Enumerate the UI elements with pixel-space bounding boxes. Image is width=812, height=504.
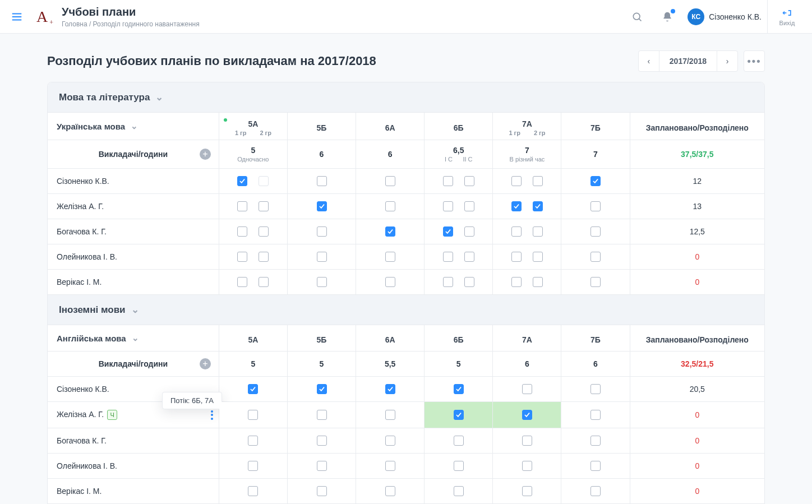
more-actions-button[interactable]: ••• bbox=[744, 50, 765, 72]
checkbox[interactable] bbox=[259, 277, 269, 287]
section-header[interactable]: Мова та література⌄ bbox=[48, 82, 764, 112]
checkbox[interactable] bbox=[590, 252, 601, 262]
checkbox[interactable] bbox=[454, 436, 464, 446]
teacher-row: Верікас І. М.0 bbox=[48, 270, 764, 295]
checkbox[interactable] bbox=[511, 201, 522, 211]
checkbox[interactable] bbox=[590, 461, 601, 471]
checkbox[interactable] bbox=[454, 486, 464, 496]
checkbox[interactable] bbox=[317, 201, 327, 211]
checkbox[interactable] bbox=[317, 252, 327, 262]
checkbox[interactable] bbox=[443, 252, 453, 262]
checkbox[interactable] bbox=[237, 252, 247, 262]
checkbox[interactable] bbox=[443, 201, 453, 211]
checkbox[interactable] bbox=[590, 226, 601, 237]
checkbox[interactable] bbox=[590, 436, 601, 446]
checkbox[interactable] bbox=[385, 252, 395, 262]
row-more-button[interactable] bbox=[211, 409, 213, 421]
checkbox[interactable] bbox=[385, 176, 395, 186]
checkbox[interactable] bbox=[237, 226, 247, 237]
checkbox[interactable] bbox=[317, 277, 327, 287]
checkbox[interactable] bbox=[385, 277, 395, 287]
checkbox[interactable] bbox=[533, 176, 543, 186]
checkbox[interactable] bbox=[533, 201, 543, 211]
checkbox[interactable] bbox=[590, 176, 601, 186]
checkbox[interactable] bbox=[522, 384, 532, 394]
checkbox[interactable] bbox=[590, 410, 601, 420]
checkbox[interactable] bbox=[259, 252, 269, 262]
chevron-down-icon[interactable]: ⌄ bbox=[132, 333, 139, 343]
checkbox[interactable] bbox=[248, 461, 258, 471]
add-teacher-button[interactable]: + bbox=[200, 358, 211, 369]
add-teacher-button[interactable]: + bbox=[200, 149, 211, 160]
checkbox[interactable] bbox=[590, 384, 601, 394]
menu-button[interactable] bbox=[6, 6, 28, 28]
checkbox[interactable] bbox=[464, 226, 474, 237]
teacher-row: Желізна А. Г.13 bbox=[48, 194, 764, 219]
next-year-button[interactable]: › bbox=[717, 50, 738, 72]
logout-button[interactable]: Вихід bbox=[767, 0, 806, 34]
checkbox[interactable] bbox=[248, 410, 258, 420]
checkbox[interactable] bbox=[464, 252, 474, 262]
teacher-name: Богачова К. Г. bbox=[48, 428, 219, 454]
checkbox[interactable] bbox=[522, 436, 532, 446]
checkbox[interactable] bbox=[522, 410, 532, 420]
checkbox[interactable] bbox=[259, 201, 269, 211]
checkbox[interactable] bbox=[522, 486, 532, 496]
teacher-name: Олейникова І. В. bbox=[48, 454, 219, 479]
checkbox[interactable] bbox=[317, 461, 327, 471]
tooltip: Потік: 6Б, 7А bbox=[162, 392, 222, 409]
checkbox[interactable] bbox=[248, 384, 258, 394]
checkbox[interactable] bbox=[237, 277, 247, 287]
checkbox[interactable] bbox=[237, 201, 247, 211]
checkbox[interactable] bbox=[237, 176, 247, 186]
checkbox[interactable] bbox=[259, 226, 269, 237]
checkbox[interactable] bbox=[443, 176, 453, 186]
chevron-down-icon[interactable]: ⌄ bbox=[131, 121, 138, 131]
checkbox[interactable] bbox=[317, 384, 327, 394]
checkbox[interactable] bbox=[590, 201, 601, 211]
checkbox[interactable] bbox=[511, 176, 522, 186]
checkbox[interactable] bbox=[454, 384, 464, 394]
checkbox[interactable] bbox=[443, 226, 453, 237]
checkbox[interactable] bbox=[533, 277, 543, 287]
checkbox[interactable] bbox=[385, 486, 395, 496]
search-icon[interactable] bbox=[627, 7, 647, 27]
checkbox[interactable] bbox=[464, 201, 474, 211]
checkbox bbox=[259, 176, 269, 186]
checkbox[interactable] bbox=[511, 277, 522, 287]
checkbox[interactable] bbox=[443, 277, 453, 287]
checkbox[interactable] bbox=[590, 486, 601, 496]
prev-year-button[interactable]: ‹ bbox=[638, 50, 659, 72]
checkbox[interactable] bbox=[385, 410, 395, 420]
checkbox[interactable] bbox=[317, 226, 327, 237]
user-menu[interactable]: КС Сізоненко К.В. bbox=[688, 8, 762, 25]
checkbox[interactable] bbox=[454, 410, 464, 420]
checkbox[interactable] bbox=[248, 486, 258, 496]
checkbox[interactable] bbox=[317, 176, 327, 186]
checkbox[interactable] bbox=[385, 226, 395, 237]
checkbox[interactable] bbox=[385, 201, 395, 211]
checkbox[interactable] bbox=[590, 277, 601, 287]
checkbox[interactable] bbox=[248, 436, 258, 446]
teacher-total: 0 bbox=[630, 270, 764, 295]
year-label[interactable]: 2017/2018 bbox=[659, 50, 717, 72]
checkbox[interactable] bbox=[511, 226, 522, 237]
checkbox[interactable] bbox=[464, 176, 474, 186]
checkbox[interactable] bbox=[533, 252, 543, 262]
checkbox[interactable] bbox=[317, 486, 327, 496]
checkbox[interactable] bbox=[454, 461, 464, 471]
teacher-name: Верікас І. М. bbox=[48, 270, 219, 295]
checkbox[interactable] bbox=[317, 436, 327, 446]
checkbox[interactable] bbox=[385, 384, 395, 394]
checkbox[interactable] bbox=[511, 252, 522, 262]
teacher-name: Олейникова І. В. bbox=[48, 244, 219, 270]
checkbox[interactable] bbox=[522, 461, 532, 471]
notifications-icon[interactable] bbox=[657, 7, 677, 27]
checkbox[interactable] bbox=[533, 226, 543, 237]
checkbox[interactable] bbox=[385, 436, 395, 446]
checkbox[interactable] bbox=[385, 461, 395, 471]
checkbox[interactable] bbox=[317, 410, 327, 420]
checkbox[interactable] bbox=[464, 277, 474, 287]
avatar: КС bbox=[688, 8, 704, 25]
section-header[interactable]: Іноземні мови⌄ bbox=[48, 294, 764, 325]
